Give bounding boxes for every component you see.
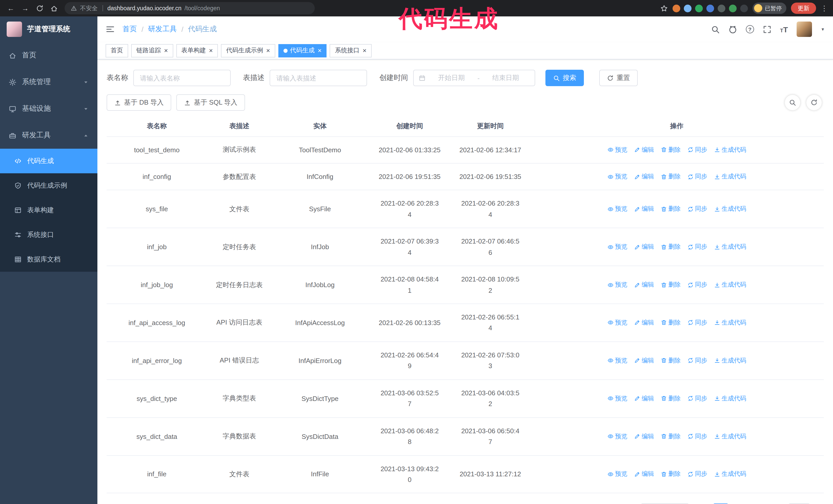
sync-link[interactable]: 同步 [687,172,707,181]
preview-link[interactable]: 预览 [607,172,627,181]
edit-link[interactable]: 编辑 [634,356,654,365]
generate-code-link[interactable]: 生成代码 [714,205,746,214]
delete-link[interactable]: 删除 [661,242,681,251]
sync-link[interactable]: 同步 [687,205,707,214]
breadcrumb-item-home[interactable]: 首页 [122,25,137,34]
close-icon[interactable]: × [363,47,366,54]
search-icon[interactable] [711,25,720,33]
font-size-icon[interactable]: TT [780,25,788,33]
delete-link[interactable]: 删除 [661,281,681,289]
refresh-table-button[interactable] [806,95,822,110]
tab-trace[interactable]: 链路追踪× [131,44,173,57]
delete-link[interactable]: 删除 [661,145,681,154]
app-logo[interactable]: 芋道管理系统 [0,17,97,42]
orange-extension-icon[interactable] [672,4,680,12]
sync-link[interactable]: 同步 [687,470,707,479]
user-avatar[interactable] [796,22,812,37]
create-time-range-picker[interactable]: 开始日期 - 结束日期 [413,70,535,86]
preview-link[interactable]: 预览 [607,205,627,214]
edit-link[interactable]: 编辑 [634,394,654,403]
tab-codegen[interactable]: 代码生成× [278,44,327,57]
preview-link[interactable]: 预览 [607,242,627,251]
sync-link[interactable]: 同步 [687,242,707,251]
delete-link[interactable]: 删除 [661,172,681,181]
sidebar-item-system-api[interactable]: 系统接口 [0,222,97,247]
github-icon[interactable] [729,25,737,33]
edit-link[interactable]: 编辑 [634,242,654,251]
sidebar-item-codegen[interactable]: 代码生成 [0,149,97,173]
avatar-caret-icon[interactable]: ▼ [821,27,825,31]
reset-button[interactable]: 重置 [599,70,638,86]
generate-code-link[interactable]: 生成代码 [714,145,746,154]
sync-link[interactable]: 同步 [687,432,707,441]
breadcrumb-item-dev-tools[interactable]: 研发工具 [148,25,177,34]
delete-link[interactable]: 删除 [661,394,681,403]
bookmark-star-icon[interactable] [660,4,668,12]
security-label[interactable]: 不安全 [80,4,98,12]
sql-import-button[interactable]: 基于 SQL 导入 [176,94,245,111]
breadcrumb-item-codegen[interactable]: 代码生成 [188,25,217,34]
update-button[interactable]: 更新 [791,3,816,14]
sidebar-item-infrastructure[interactable]: 基础设施 [0,95,97,122]
sync-link[interactable]: 同步 [687,145,707,154]
sync-link[interactable]: 同步 [687,356,707,365]
toggle-search-button[interactable] [785,95,800,110]
sidebar-item-codegen-example[interactable]: 代码生成示例 [0,173,97,198]
generate-code-link[interactable]: 生成代码 [714,394,746,403]
generate-code-link[interactable]: 生成代码 [714,318,746,327]
profile-chip[interactable]: 已暂停 [753,3,786,14]
blue-users-extension-icon[interactable] [706,4,714,12]
delete-link[interactable]: 删除 [661,432,681,441]
sidebar-item-form-builder[interactable]: 表单构建 [0,198,97,222]
tab-system-api[interactable]: 系统接口× [330,44,372,57]
fullscreen-icon[interactable] [763,25,771,33]
green-leaf-extension-icon[interactable] [729,4,737,12]
url-bar[interactable]: 不安全 dashboard.yudao.iocoder.cn/tool/code… [65,2,315,14]
forward-icon[interactable]: → [20,3,31,14]
close-icon[interactable]: × [266,47,270,54]
preview-link[interactable]: 预览 [607,281,627,289]
tab-codegen-example[interactable]: 代码生成示例× [221,44,275,57]
search-button[interactable]: 搜索 [545,70,584,86]
preview-link[interactable]: 预览 [607,470,627,479]
sync-link[interactable]: 同步 [687,281,707,289]
help-icon[interactable]: ? [746,25,754,33]
generate-code-link[interactable]: 生成代码 [714,470,746,479]
tab-home[interactable]: 首页 [105,44,128,57]
generate-code-link[interactable]: 生成代码 [714,281,746,289]
sidebar-item-dev-tools[interactable]: 研发工具 [0,122,97,149]
db-import-button[interactable]: 基于 DB 导入 [106,94,171,111]
sidebar-item-system-management[interactable]: 系统管理 [0,69,97,95]
edit-link[interactable]: 编辑 [634,318,654,327]
hamburger-icon[interactable] [105,25,115,34]
puzzle-extension-icon[interactable] [740,4,748,12]
green-check-extension-icon[interactable] [695,4,703,12]
generate-code-link[interactable]: 生成代码 [714,242,746,251]
browser-home-icon[interactable] [50,4,58,12]
close-icon[interactable]: × [318,47,322,54]
generate-code-link[interactable]: 生成代码 [714,172,746,181]
edit-link[interactable]: 编辑 [634,205,654,214]
edit-link[interactable]: 编辑 [634,281,654,289]
kebab-menu-icon[interactable]: ⋮ [821,4,828,12]
dark-extension-icon[interactable] [718,4,725,12]
preview-link[interactable]: 预览 [607,394,627,403]
generate-code-link[interactable]: 生成代码 [714,356,746,365]
delete-link[interactable]: 删除 [661,470,681,479]
sync-link[interactable]: 同步 [687,318,707,327]
table-desc-input[interactable] [270,70,367,86]
delete-link[interactable]: 删除 [661,356,681,365]
sync-link[interactable]: 同步 [687,394,707,403]
edit-link[interactable]: 编辑 [634,172,654,181]
edit-link[interactable]: 编辑 [634,470,654,479]
table-name-input[interactable] [133,70,231,86]
preview-link[interactable]: 预览 [607,432,627,441]
preview-link[interactable]: 预览 [607,145,627,154]
generate-code-link[interactable]: 生成代码 [714,432,746,441]
edit-link[interactable]: 编辑 [634,145,654,154]
back-icon[interactable]: ← [5,3,17,14]
delete-link[interactable]: 删除 [661,205,681,214]
blue-drop-extension-icon[interactable] [684,4,691,12]
edit-link[interactable]: 编辑 [634,432,654,441]
preview-link[interactable]: 预览 [607,356,627,365]
